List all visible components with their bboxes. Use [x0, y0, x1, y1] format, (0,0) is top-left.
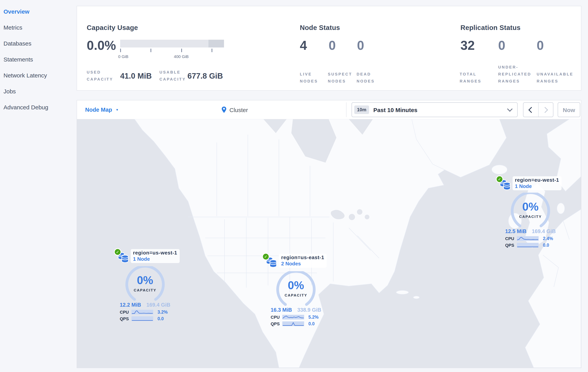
region-marker-header: ✓ region=eu-west-1 1 Node	[499, 176, 562, 192]
capacity-usage-title: Capacity Usage	[87, 23, 138, 32]
qps-sparkline	[131, 316, 153, 321]
sidebar-item-statements[interactable]: Statements	[0, 51, 77, 67]
capacity-values: 16.3 MiB 338.9 GiB	[271, 307, 321, 313]
qps-value: 0.0	[543, 243, 549, 247]
used-value: 16.3 MiB	[271, 307, 292, 313]
region-title: region=us-west-1	[133, 250, 177, 256]
cpu-row: CPU 2.4%	[505, 236, 556, 241]
healthy-check-icon: ✓	[114, 248, 121, 256]
time-pager	[523, 102, 553, 117]
suspect-nodes-value: 0	[329, 39, 336, 52]
capacity-gauge: 0% CAPACITY	[276, 271, 316, 307]
replication-status-title: Replication Status	[461, 23, 521, 32]
gauge-percent: 0%	[510, 193, 551, 213]
gauge-text: 0% CAPACITY	[510, 193, 551, 219]
region-node-count-link[interactable]: 2 Nodes	[281, 261, 324, 266]
cpu-row: CPU 3.2%	[120, 309, 170, 314]
cpu-value: 2.4%	[543, 236, 553, 241]
suspect-nodes-label: SUSPECTNODES	[328, 71, 352, 85]
gauge-capacity-label: CAPACITY	[510, 214, 551, 219]
region-marker-header: ✓ region=us-west-1 1 Node	[117, 249, 180, 265]
qps-label: QPS	[271, 321, 282, 326]
sidebar-item-overview[interactable]: Overview	[0, 3, 77, 20]
unavailable-ranges-value: 0	[537, 39, 544, 52]
unavailable-ranges-label: UNAVAILABLERANGES	[537, 71, 573, 85]
cpu-value: 3.2%	[158, 309, 168, 314]
breadcrumb[interactable]: Cluster	[221, 100, 248, 119]
cpu-sparkline	[517, 236, 539, 241]
sidebar-item-databases[interactable]: Databases	[0, 35, 77, 51]
toolbar-divider	[346, 102, 346, 117]
cpu-label: CPU	[120, 309, 131, 314]
region-label-pill: region=eu-west-1 1 Node	[513, 176, 561, 190]
caret-down-icon: ▼	[116, 108, 119, 111]
chevron-down-icon	[507, 106, 513, 112]
sidebar-item-advanced-debug[interactable]: Advanced Debug	[0, 99, 77, 115]
capacity-bar-ticks: 0 GiB 400 GiB	[120, 49, 224, 53]
node-map-toolbar: Node Map ▼ Cluster 10m Past 10 Minutes	[77, 100, 581, 119]
sidebar-item-jobs[interactable]: Jobs	[0, 83, 77, 99]
capacity-tick-label-400: 400 GiB	[174, 54, 189, 59]
used-capacity-value: 41.0 MiB	[120, 72, 152, 81]
qps-sparkline	[517, 243, 539, 247]
used-value: 12.5 MiB	[505, 228, 526, 234]
region-marker-us-west-1[interactable]: ✓ region=us-west-1 1 Node	[117, 249, 180, 265]
gauge-capacity-label: CAPACITY	[125, 288, 165, 292]
region-stats: 0% CAPACITY 16.3 MiB 338.9 GiB CPU	[271, 271, 321, 326]
dead-nodes-label: DEADNODES	[357, 71, 375, 85]
used-value: 12.2 MiB	[120, 302, 141, 308]
sidebar-item-network-latency[interactable]: Network Latency	[0, 67, 77, 83]
region-marker-header: ✓ region=us-east-1 2 Nodes	[265, 254, 329, 269]
total-ranges-label: TOTALRANGES	[460, 71, 482, 85]
sidebar: Overview Metrics Databases Statements Ne…	[0, 0, 77, 372]
live-nodes-value: 4	[300, 39, 307, 52]
now-button[interactable]: Now	[558, 102, 580, 117]
capacity-values: 12.5 MiB 169.4 GiB	[505, 228, 556, 234]
gauge-text: 0% CAPACITY	[125, 266, 165, 292]
gauge-percent: 0%	[276, 271, 316, 291]
chevron-left-icon	[528, 107, 534, 113]
time-range-dropdown[interactable]: 10m Past 10 Minutes	[352, 102, 518, 117]
region-label-pill: region=us-east-1 2 Nodes	[279, 254, 327, 268]
gauge-percent: 0%	[125, 266, 165, 286]
usable-capacity-value: 677.8 GiB	[188, 72, 223, 81]
qps-row: QPS 0.0	[120, 316, 170, 321]
time-next-button[interactable]	[538, 103, 553, 117]
view-selector-dropdown[interactable]: Node Map ▼	[85, 100, 119, 119]
qps-label: QPS	[120, 316, 131, 321]
region-marker-us-east-1[interactable]: ✓ region=us-east-1 2 Nodes	[265, 254, 329, 269]
capacity-gauge: 0% CAPACITY	[125, 266, 165, 302]
node-map: ✓ region=us-west-1 1 Node	[77, 119, 581, 368]
db-console-overview: Overview Metrics Databases Statements Ne…	[0, 0, 588, 372]
node-map-card: Node Map ▼ Cluster 10m Past 10 Minutes	[77, 100, 581, 368]
under-replicated-label: UNDER-REPLICATEDRANGES	[498, 64, 531, 85]
sidebar-item-metrics[interactable]: Metrics	[0, 20, 77, 35]
region-label-pill: region=us-west-1 1 Node	[131, 249, 179, 263]
total-ranges-value: 32	[461, 39, 475, 52]
time-prev-button[interactable]	[524, 103, 538, 117]
live-nodes-label: LIVENODES	[300, 71, 318, 85]
gauge-capacity-label: CAPACITY	[276, 293, 316, 297]
capacity-values: 12.2 MiB 169.4 GiB	[120, 302, 170, 308]
cpu-sparkline	[131, 309, 153, 314]
region-marker-eu-west-1[interactable]: ✓ region=eu-west-1 1 Node	[499, 176, 562, 192]
cpu-sparkline	[282, 315, 304, 319]
capacity-tick-label-0: 0 GiB	[118, 54, 128, 59]
gauge-text: 0% CAPACITY	[276, 271, 316, 297]
region-node-count-link[interactable]: 1 Node	[133, 256, 177, 262]
region-node-count-link[interactable]: 1 Node	[515, 183, 559, 189]
total-value: 169.4 GiB	[532, 228, 556, 234]
qps-value: 0.0	[308, 321, 315, 326]
region-icon-wrap: ✓	[117, 251, 129, 265]
total-value: 169.4 GiB	[147, 302, 170, 308]
cpu-label: CPU	[271, 315, 282, 319]
time-range-badge: 10m	[354, 106, 369, 114]
under-replicated-value: 0	[498, 39, 505, 52]
qps-label: QPS	[505, 243, 517, 247]
cluster-summary-card: Capacity Usage 0.0% 0 GiB 400 GiB USED C…	[77, 6, 581, 91]
region-title: region=eu-west-1	[515, 177, 559, 183]
dead-nodes-value: 0	[357, 39, 364, 52]
capacity-bar-track	[120, 40, 224, 47]
capacity-bar-nonusable-segment	[209, 40, 224, 47]
used-capacity-label: USED CAPACITY	[87, 69, 113, 83]
